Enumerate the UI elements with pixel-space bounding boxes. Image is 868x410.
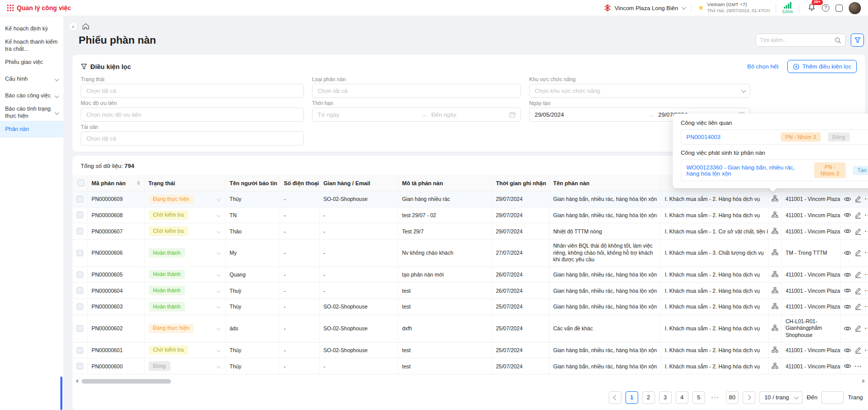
more-actions-button[interactable]: ··· <box>865 271 868 278</box>
sidebar-collapse-button[interactable]: « <box>68 22 78 31</box>
app-brand[interactable]: Quản lý công việc <box>7 5 71 12</box>
add-filter-condition-button[interactable]: Thêm điều kiện lọc <box>787 60 857 73</box>
panel-icon[interactable] <box>836 5 843 12</box>
status-dropdown[interactable]: Hoàn thành <box>149 286 221 295</box>
edit-button[interactable] <box>855 212 861 219</box>
view-button[interactable] <box>844 304 851 310</box>
sidebar-scrollbar-thumb[interactable] <box>60 377 62 410</box>
edit-button[interactable] <box>855 325 861 332</box>
table-filter-button[interactable] <box>851 33 864 47</box>
row-checkbox[interactable] <box>77 250 83 256</box>
clear-all-filters-link[interactable]: Bỏ chọn hết <box>747 63 778 70</box>
edit-button[interactable] <box>855 287 861 294</box>
scrollbar-thumb[interactable] <box>82 379 171 384</box>
view-button[interactable] <box>844 288 851 293</box>
page-size-select[interactable]: 10 / trang <box>759 391 803 404</box>
chevron-down-icon[interactable] <box>216 326 220 330</box>
derived-work-link[interactable]: WO00123360 - Gian hàng bẩn, nhiều rác, h… <box>686 164 807 177</box>
page-button[interactable]: 1 <box>626 391 638 404</box>
chevron-down-icon[interactable] <box>216 251 220 255</box>
chevron-down-icon[interactable] <box>216 289 220 293</box>
sidebar-item[interactable]: Phiếu giao việc <box>0 54 63 71</box>
search-input[interactable] <box>760 37 831 43</box>
chevron-down-icon[interactable] <box>216 348 220 352</box>
row-checkbox[interactable] <box>77 303 83 310</box>
more-actions-button[interactable]: ··· <box>865 195 868 202</box>
view-button[interactable] <box>844 250 851 256</box>
select-all-checkbox[interactable] <box>78 180 84 186</box>
sidebar-item[interactable]: Báo cáo công việc <box>0 87 63 104</box>
status-select[interactable]: Chọn tất cả <box>81 84 304 98</box>
created-from-value[interactable]: 29/05/2024 <box>535 112 564 118</box>
status-dropdown[interactable]: Chờ kiểm tra <box>149 211 221 220</box>
status-dropdown[interactable]: Hoàn thành <box>149 248 221 258</box>
page-button[interactable]: 2 <box>642 391 655 404</box>
more-actions-button[interactable]: ··· <box>865 212 868 219</box>
status-dropdown[interactable]: Đóng <box>149 361 221 371</box>
status-dropdown[interactable]: Đang thực hiện <box>149 194 221 204</box>
related-work-button[interactable] <box>772 195 778 201</box>
view-button[interactable] <box>844 326 851 331</box>
more-actions-button[interactable]: ··· <box>865 249 868 256</box>
view-button[interactable] <box>844 228 851 234</box>
row-checkbox[interactable] <box>77 287 83 294</box>
more-actions-button[interactable]: ··· <box>855 363 862 370</box>
chevron-down-icon[interactable] <box>216 272 220 277</box>
chevron-down-icon[interactable] <box>216 213 220 217</box>
row-checkbox[interactable] <box>77 363 83 369</box>
related-work-button[interactable] <box>772 271 778 277</box>
row-checkbox[interactable] <box>77 228 83 234</box>
sidebar-item[interactable]: Kế hoạch thanh kiểm tra chất... <box>0 37 63 54</box>
notifications-button[interactable]: 20+ <box>808 3 816 13</box>
home-icon[interactable] <box>82 23 89 30</box>
sidebar-item[interactable]: Kế hoạch định kỳ <box>0 20 63 37</box>
scroll-right-arrow-icon[interactable] <box>862 379 865 383</box>
search-icon[interactable] <box>835 37 841 44</box>
complaint-type-select[interactable]: Chọn tất cả <box>312 84 521 98</box>
status-dropdown[interactable]: Hoàn thành <box>149 270 221 280</box>
related-work-link[interactable]: PN00014003 <box>686 134 774 140</box>
related-work-button[interactable] <box>772 303 778 309</box>
more-actions-button[interactable]: ··· <box>865 325 868 332</box>
page-button[interactable]: 3 <box>659 391 672 404</box>
deadline-range-picker[interactable]: Từ ngày → Đến ngày <box>312 108 521 122</box>
more-actions-button[interactable]: ··· <box>865 287 868 294</box>
edit-button[interactable] <box>855 347 861 354</box>
related-work-button[interactable] <box>772 287 778 293</box>
view-button[interactable] <box>844 196 851 202</box>
row-checkbox[interactable] <box>77 271 83 278</box>
edit-button[interactable] <box>855 271 861 278</box>
priority-select[interactable]: Chọn mức độ ưu tiên <box>81 108 304 122</box>
status-dropdown[interactable]: Chờ kiểm tra <box>149 346 221 355</box>
more-actions-button[interactable]: ··· <box>865 347 868 354</box>
help-button[interactable]: ? <box>822 4 829 12</box>
status-dropdown[interactable]: Chờ kiểm tra <box>149 226 221 236</box>
asset-select[interactable]: Chọn tất cả <box>81 131 304 146</box>
chevron-down-icon[interactable] <box>216 229 220 233</box>
page-button[interactable]: 4 <box>676 391 688 404</box>
site-selector[interactable]: Vincom Plaza Long Biên <box>603 4 685 12</box>
more-actions-button[interactable]: ··· <box>865 228 868 235</box>
sidebar-item[interactable]: Phản nàn <box>0 121 63 138</box>
row-checkbox[interactable] <box>77 347 83 354</box>
sort-icon[interactable] <box>137 181 140 185</box>
page-ellipsis[interactable]: ••• <box>709 391 722 404</box>
related-work-button[interactable] <box>772 325 778 331</box>
page-button[interactable]: 5 <box>692 391 705 404</box>
more-actions-button[interactable]: ··· <box>865 303 868 310</box>
sidebar-item[interactable]: Cấu hình <box>0 71 63 87</box>
status-dropdown[interactable]: Hoàn thành <box>149 302 221 312</box>
page-button-last[interactable]: 80 <box>726 391 739 404</box>
chevron-down-icon[interactable] <box>216 364 220 368</box>
edit-button[interactable] <box>855 249 861 256</box>
related-work-button[interactable] <box>772 347 778 353</box>
previous-page-button[interactable] <box>609 391 621 404</box>
sidebar-item[interactable]: Báo cáo tình trạng thực hiện <box>0 104 63 121</box>
function-area-select[interactable]: Chọn khu vực chức năng <box>529 84 750 98</box>
scroll-left-arrow-icon[interactable] <box>76 379 78 383</box>
related-work-button[interactable] <box>772 212 778 218</box>
row-checkbox[interactable] <box>77 325 83 332</box>
user-avatar[interactable] <box>849 2 861 14</box>
goto-page-input[interactable] <box>821 391 844 404</box>
edit-button[interactable] <box>855 303 861 310</box>
